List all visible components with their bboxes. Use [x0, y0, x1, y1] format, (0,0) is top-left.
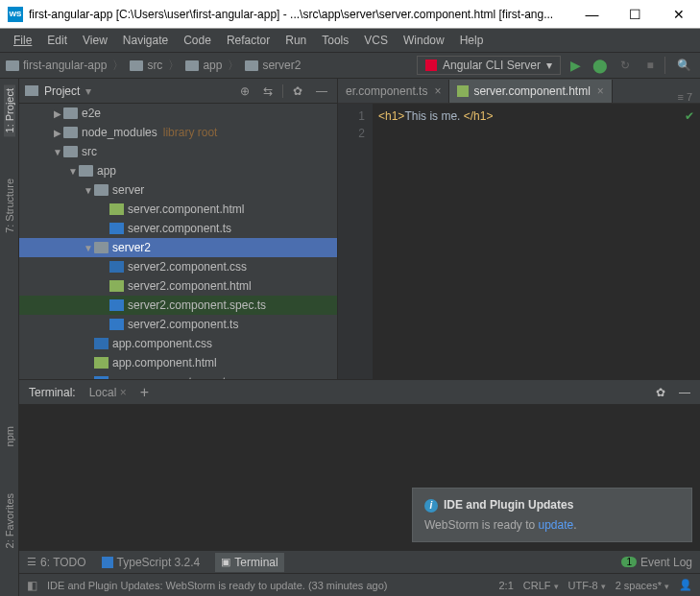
tool-structure[interactable]: 7: Structure	[4, 175, 15, 237]
update-notification: iIDE and Plugin Updates WebStorm is read…	[412, 488, 692, 542]
breadcrumb-item[interactable]: server2	[262, 59, 301, 72]
close-tab-icon[interactable]: ×	[597, 84, 604, 98]
tab-overflow-indicator[interactable]: ≡ 7	[669, 91, 700, 103]
notification-body: WebStorm is ready to update.	[424, 518, 680, 532]
code-body[interactable]: <h1>This is me. </h1>	[373, 104, 700, 379]
tab-label: server.component.html	[473, 84, 590, 98]
maximize-button[interactable]: ☐	[614, 0, 657, 28]
tree-row[interactable]: app.component.html	[19, 353, 337, 372]
breadcrumb-item[interactable]: app	[203, 59, 222, 72]
tool-npm[interactable]: npm	[4, 422, 15, 450]
menu-window[interactable]: Window	[396, 32, 452, 49]
tree-label: server2.component.html	[128, 279, 252, 293]
tree-row[interactable]: server2.component.ts	[19, 315, 337, 334]
cursor-position[interactable]: 2:1	[498, 580, 513, 591]
menu-code[interactable]: Code	[176, 32, 219, 49]
code-editor[interactable]: 1 2 <h1>This is me. </h1> ✔	[338, 104, 700, 379]
html-icon	[457, 85, 469, 97]
editor-tab[interactable]: er.component.ts ×	[338, 80, 449, 103]
menu-run[interactable]: Run	[278, 32, 314, 49]
tree-row[interactable]: server.component.html	[19, 200, 337, 219]
debug-button[interactable]: ⬤	[590, 55, 611, 76]
menu-refactor[interactable]: Refactor	[219, 32, 278, 49]
tool-favorites[interactable]: 2: Favorites	[4, 489, 15, 552]
run-config-selector[interactable]: Angular CLI Server ▾	[417, 56, 561, 75]
terminal-add-tab[interactable]: +	[140, 384, 149, 401]
stop-button[interactable]: ■	[640, 55, 661, 76]
indent[interactable]: 2 spaces*	[616, 580, 669, 591]
terminal-settings-icon[interactable]: ✿	[656, 386, 665, 399]
run-button[interactable]: ▶	[565, 55, 586, 76]
terminal-header: Terminal: Local × + ✿ —	[19, 380, 700, 405]
menu-file[interactable]: File	[6, 32, 39, 49]
tree-row[interactable]: ▼server2	[19, 238, 337, 257]
menu-edit[interactable]: Edit	[39, 32, 75, 49]
close-tab-icon[interactable]: ×	[434, 84, 441, 98]
folder-icon	[25, 85, 38, 96]
run-config-label: Angular CLI Server	[443, 59, 541, 72]
terminal-body[interactable]: iIDE and Plugin Updates WebStorm is read…	[19, 405, 700, 550]
menu-vcs[interactable]: VCS	[356, 32, 396, 49]
inspection-icon[interactable]: 👤	[679, 579, 692, 591]
menu-navigate[interactable]: Navigate	[115, 32, 176, 49]
ts-icon	[109, 319, 124, 330]
editor-tab-active[interactable]: server.component.html ×	[449, 80, 612, 103]
tree-row[interactable]: server.component.ts	[19, 219, 337, 238]
line-ending[interactable]: CRLF	[523, 580, 559, 591]
notification-title: iIDE and Plugin Updates	[424, 498, 680, 513]
menu-help[interactable]: Help	[452, 32, 492, 49]
close-button[interactable]: ✕	[657, 0, 700, 28]
event-log-tool[interactable]: 1 Event Log	[621, 556, 692, 569]
window-title: first-angular-app [C:\Users\user\first-a…	[29, 8, 570, 21]
tree-row[interactable]: app.component.css	[19, 334, 337, 353]
breadcrumb-root[interactable]: first-angular-app	[23, 59, 107, 72]
tree-label: server.component.ts	[128, 222, 231, 235]
collapse-icon[interactable]: ⇆	[259, 84, 277, 98]
tree-row[interactable]: app.component.spec.ts	[19, 372, 337, 379]
tree-label: e2e	[82, 107, 101, 120]
terminal-tool[interactable]: ▣ Terminal	[215, 553, 283, 572]
tool-project[interactable]: 1: Project	[4, 84, 15, 136]
inspection-ok-icon[interactable]: ✔	[685, 109, 694, 123]
search-everywhere-button[interactable]: 🔍	[673, 55, 694, 76]
menu-view[interactable]: View	[75, 32, 115, 49]
tree-row[interactable]: server2.component.html	[19, 276, 337, 296]
project-tree[interactable]: ▶e2e▶node_moduleslibrary root▼src▼app▼se…	[19, 104, 337, 379]
encoding[interactable]: UTF-8	[568, 580, 606, 591]
locate-icon[interactable]: ⊕	[236, 84, 253, 98]
tree-row[interactable]: ▼app	[19, 161, 337, 180]
project-panel: Project ▾ ⊕ ⇆ ✿ — ▶e2e▶node_moduleslibra…	[19, 79, 338, 379]
folder-icon	[94, 184, 109, 196]
html-icon	[109, 203, 124, 215]
terminal-tab[interactable]: Local ×	[89, 386, 127, 399]
tree-row[interactable]: ▶e2e	[19, 104, 337, 123]
tree-row[interactable]: ▼server	[19, 180, 337, 200]
folder-icon	[63, 127, 78, 138]
folder-icon	[63, 107, 78, 119]
status-message: IDE and Plugin Updates: WebStorm is read…	[47, 580, 387, 591]
tree-row[interactable]: server2.component.spec.ts	[19, 296, 337, 315]
breadcrumb-item[interactable]: src	[147, 59, 162, 72]
todo-tool[interactable]: ☰ 6: TODO	[27, 556, 86, 569]
minimize-button[interactable]: —	[570, 0, 614, 28]
tree-label: app.component.html	[112, 356, 217, 370]
hide-icon[interactable]: —	[312, 84, 331, 98]
status-icon[interactable]: ◧	[27, 579, 37, 592]
tree-row[interactable]: ▼src	[19, 142, 337, 161]
menu-tools[interactable]: Tools	[314, 32, 356, 49]
settings-icon[interactable]: ✿	[289, 84, 306, 98]
typescript-tool[interactable]: TypeScript 3.2.4	[102, 556, 201, 569]
tree-label: server.component.html	[128, 203, 244, 216]
ts-icon	[109, 223, 124, 234]
run-with-coverage-button[interactable]: ↻	[615, 55, 636, 76]
tree-row[interactable]: server2.component.css	[19, 257, 337, 276]
terminal-hide-icon[interactable]: —	[679, 386, 690, 399]
project-panel-title[interactable]: Project	[44, 84, 80, 98]
update-link[interactable]: update	[539, 518, 574, 532]
breadcrumb[interactable]: first-angular-app 〉 src 〉 app 〉 server2	[6, 58, 301, 74]
folder-icon	[6, 60, 19, 71]
tree-row[interactable]: ▶node_moduleslibrary root	[19, 123, 337, 142]
html-icon	[109, 280, 124, 292]
tree-label: server2.component.ts	[128, 318, 238, 331]
line-gutter: 1 2	[338, 104, 373, 379]
